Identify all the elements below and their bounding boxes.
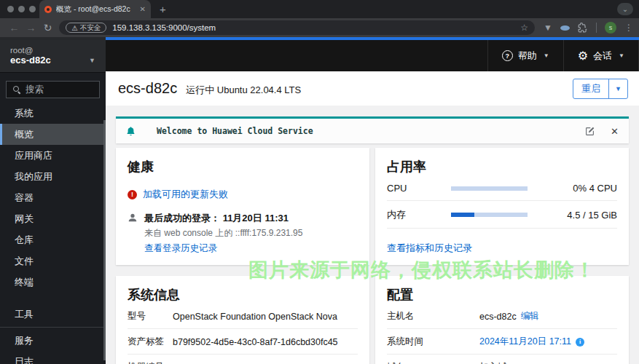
motd-text: Welcome to Huawei Cloud Service bbox=[157, 126, 313, 136]
sidebar-divider bbox=[0, 327, 106, 328]
sidebar-item-my-apps[interactable]: 我的应用 bbox=[0, 166, 106, 187]
sidebar-item-repository[interactable]: 仓库 bbox=[0, 229, 106, 250]
reboot-caret-icon[interactable]: ▼ bbox=[608, 79, 627, 98]
back-icon[interactable]: ← bbox=[6, 22, 23, 33]
tab-search-chevron-icon[interactable]: ⌄ bbox=[617, 3, 633, 15]
domain-row: 域名 加入域 bbox=[387, 355, 617, 364]
sidebar-item-overview[interactable]: 概览 bbox=[0, 124, 106, 145]
last-login-label: 最后成功的登录： bbox=[144, 213, 220, 223]
hostname-row: 主机名 ecs-d82c 编辑 bbox=[387, 304, 617, 329]
page-title: ecs-d82c bbox=[118, 80, 177, 97]
system-time-label: 系统时间 bbox=[387, 336, 479, 348]
memory-value: 4.5 / 15 GiB bbox=[567, 210, 617, 221]
sidebar-item-services[interactable]: 服务 bbox=[0, 330, 106, 351]
usage-title: 占用率 bbox=[387, 158, 617, 175]
sidebar-item-gateway[interactable]: 网关 bbox=[0, 208, 106, 229]
running-state: 运行中 bbox=[186, 84, 214, 95]
os-version: Ubuntu 22.04.4 LTS bbox=[217, 84, 301, 95]
tab-close-icon[interactable]: ✕ bbox=[140, 5, 146, 13]
maximize-window-button[interactable] bbox=[29, 6, 36, 12]
model-label: 型号 bbox=[128, 310, 173, 323]
model-value: OpenStack Foundation OpenStack Nova bbox=[173, 312, 337, 322]
user-icon bbox=[128, 213, 138, 255]
session-caret-icon: ▼ bbox=[619, 52, 624, 59]
sidebar-item-containers[interactable]: 容器 bbox=[0, 187, 106, 208]
url-text[interactable]: 159.138.3.135:9000/system bbox=[112, 23, 520, 32]
sidebar-item-files[interactable]: 文件 bbox=[0, 250, 106, 272]
updates-failed-link[interactable]: 加载可用的更新失败 bbox=[143, 188, 228, 201]
host-switcher[interactable]: root@ ecs-d82c ▼ bbox=[0, 40, 106, 73]
health-title: 健康 bbox=[128, 158, 358, 175]
masthead: ? 帮助 ▼ ⚙ 会话 ▼ bbox=[106, 40, 639, 71]
domain-label: 域名 bbox=[387, 361, 479, 364]
join-domain-value[interactable]: 加入域 bbox=[479, 361, 507, 364]
screen: 概览 - root@ecs-d82c ✕ + ⌄ ← → ↻ ⚠ 不安全 159… bbox=[0, 0, 639, 364]
machine-id-label: 机器编号 bbox=[128, 361, 173, 364]
profile-avatar[interactable]: s bbox=[605, 22, 616, 33]
session-menu[interactable]: ⚙ 会话 ▼ bbox=[563, 40, 639, 71]
info-icon[interactable]: i bbox=[576, 338, 584, 347]
help-menu[interactable]: ? 帮助 ▼ bbox=[487, 40, 563, 71]
minimize-window-button[interactable] bbox=[18, 6, 25, 12]
sidebar: root@ ecs-d82c ▼ 系统 概览 应用商店 我的应用 容器 网关 bbox=[0, 40, 106, 364]
machine-id-row: 机器编号 1703c631c5c14bb88d9dcdc2306649fb bbox=[128, 355, 358, 364]
reboot-split-button: 重启 ▼ bbox=[573, 79, 628, 99]
system-info-card: 系统信息 型号 OpenStack Foundation OpenStack N… bbox=[116, 276, 369, 364]
security-chip[interactable]: ⚠ 不安全 bbox=[66, 23, 106, 33]
model-row: 型号 OpenStack Foundation OpenStack Nova bbox=[128, 304, 358, 329]
reboot-button[interactable]: 重启 bbox=[573, 79, 608, 98]
host-state-os: 运行中 Ubuntu 22.04.4 LTS bbox=[186, 84, 301, 97]
login-history-link[interactable]: 查看登录历史记录 bbox=[144, 242, 217, 255]
browser-tab[interactable]: 概览 - root@ecs-d82c ✕ bbox=[39, 0, 151, 18]
system-time-row: 系统时间 2024年11月20日 17:11 i bbox=[387, 329, 617, 355]
help-caret-icon: ▼ bbox=[544, 52, 549, 59]
search-input[interactable] bbox=[26, 84, 91, 95]
sidebar-account: root@ bbox=[10, 46, 95, 55]
host-switcher-caret-icon: ▼ bbox=[89, 57, 95, 64]
sidebar-item-terminal[interactable]: 终端 bbox=[0, 272, 106, 293]
overview-content: Welcome to Huawei Cloud Service ✕ 健康 bbox=[106, 106, 639, 364]
sidebar-section-tools[interactable]: 工具 bbox=[0, 304, 106, 325]
hostname-value: ecs-d82c bbox=[479, 312, 517, 322]
sidebar-nav: 系统 概览 应用商店 我的应用 容器 网关 仓库 文件 终端 工具 服务 日志 bbox=[0, 103, 106, 364]
new-tab-button[interactable]: + bbox=[160, 3, 166, 15]
cpu-value: 0% 4 CPU bbox=[573, 183, 617, 194]
security-label: 不安全 bbox=[80, 23, 101, 33]
sidebar-item-app-store[interactable]: 应用商店 bbox=[0, 145, 106, 166]
gear-icon: ⚙ bbox=[578, 50, 588, 62]
edit-hostname-link[interactable]: 编辑 bbox=[521, 310, 539, 323]
metrics-link[interactable]: 查看指标和历史记录 bbox=[387, 242, 472, 255]
asset-tag-label: 资产标签 bbox=[128, 336, 173, 348]
edit-icon[interactable] bbox=[585, 127, 595, 136]
forward-icon[interactable]: → bbox=[23, 22, 39, 33]
asset-tag-value: b79f9502-4d5e-43c0-8af7-1d6cbd30fc45 bbox=[173, 337, 338, 347]
cpu-progress-bar bbox=[451, 186, 528, 191]
help-icon: ? bbox=[502, 50, 513, 61]
reload-icon[interactable]: ↻ bbox=[39, 22, 56, 33]
memory-row: 内存 4.5 / 15 GiB bbox=[387, 201, 617, 229]
page-header: ecs-d82c 运行中 Ubuntu 22.04.4 LTS 重启 ▼ bbox=[106, 71, 639, 106]
bell-icon bbox=[126, 126, 136, 136]
sidebar-search[interactable] bbox=[6, 81, 100, 98]
system-time-link[interactable]: 2024年11月20日 17:11 bbox=[479, 336, 571, 348]
health-card: 健康 ! 加载可用的更新失败 最后成功的登录： bbox=[116, 148, 369, 265]
configuration-card: 配置 主机名 ecs-d82c 编辑 系统时间 2024年11月20日 17:1 bbox=[375, 276, 629, 364]
sidebar-item-logs[interactable]: 日志 bbox=[0, 351, 106, 364]
close-icon[interactable]: ✕ bbox=[611, 126, 619, 137]
extension-lens-icon[interactable] bbox=[560, 25, 570, 31]
cpu-row: CPU 0% 4 CPU bbox=[387, 175, 617, 201]
browser-actions: ▼ s ⋮ bbox=[544, 22, 633, 33]
extension-v-icon[interactable]: ▼ bbox=[544, 23, 552, 33]
browser-toolbar: ← → ↻ ⚠ 不安全 159.138.3.135:9000/system ☆ … bbox=[0, 18, 639, 37]
bookmark-star-icon[interactable]: ☆ bbox=[520, 23, 528, 33]
close-window-button[interactable] bbox=[7, 6, 14, 12]
site-favicon-icon bbox=[44, 6, 52, 13]
search-icon bbox=[13, 86, 20, 93]
address-bar[interactable]: ⚠ 不安全 159.138.3.135:9000/system ☆ bbox=[59, 20, 535, 35]
error-icon: ! bbox=[128, 190, 137, 199]
extensions-puzzle-icon[interactable] bbox=[578, 23, 588, 33]
sidebar-item-system[interactable]: 系统 bbox=[0, 103, 106, 124]
window-controls[interactable] bbox=[7, 6, 36, 12]
browser-menu-icon[interactable]: ⋮ bbox=[624, 23, 633, 33]
usage-card: 占用率 CPU 0% 4 CPU 内存 4.5 / 15 GiB 查看指标和历史… bbox=[375, 148, 629, 265]
